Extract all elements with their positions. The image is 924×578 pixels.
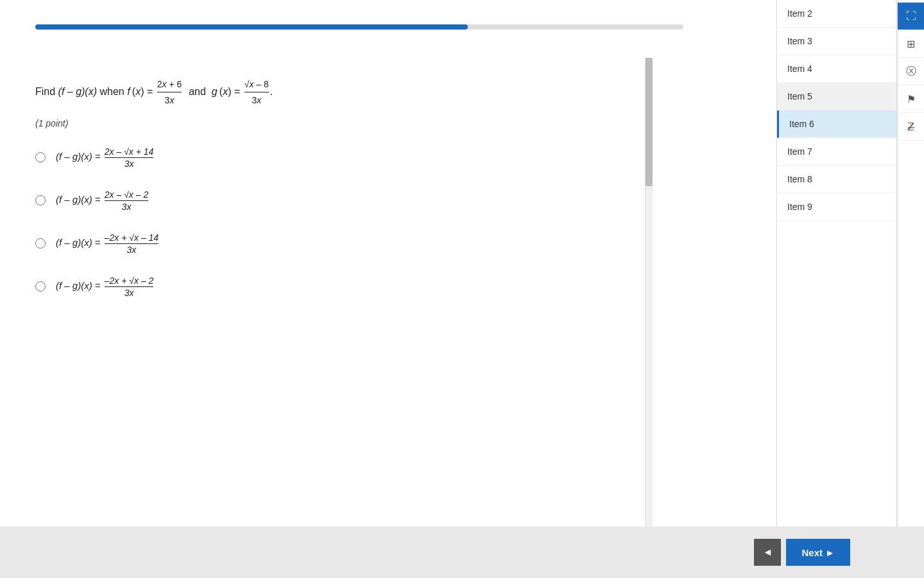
progress-bar-fill <box>35 24 468 30</box>
answer-option-1[interactable]: (f – g)(x) = 2x – √x + 143x <box>35 146 654 169</box>
strikethrough-icon[interactable]: Z̶ <box>898 113 925 141</box>
sidebar-item-item3[interactable]: Item 3 <box>777 28 896 55</box>
answer-label-1[interactable]: (f – g)(x) = 2x – √x + 143x <box>56 146 155 169</box>
radio-option-4[interactable] <box>35 281 46 292</box>
grid-icon[interactable]: ⊞ <box>898 30 925 58</box>
radio-option-3[interactable] <box>35 238 46 249</box>
question-area: Find (f – g)(x) when f (x) = 2x + 63x an… <box>0 58 690 527</box>
answer-label-3[interactable]: (f – g)(x) = –2x + √x – 143x <box>56 232 160 255</box>
expand-icon[interactable]: ⛶ <box>898 3 925 30</box>
answer-label-2[interactable]: (f – g)(x) = 2x – √x – 23x <box>56 189 150 212</box>
scroll-indicator[interactable] <box>645 58 653 527</box>
answer-option-3[interactable]: (f – g)(x) = –2x + √x – 143x <box>35 232 654 255</box>
answer-option-2[interactable]: (f – g)(x) = 2x – √x – 23x <box>35 189 654 212</box>
bottom-navigation: ◄ Next ► <box>0 527 924 578</box>
sidebar-item-item2[interactable]: Item 2 <box>777 0 896 28</box>
sidebar-item-item7[interactable]: Item 7 <box>777 138 896 166</box>
point-label: (1 point) <box>35 118 654 128</box>
previous-button[interactable]: ◄ <box>754 539 781 566</box>
sidebar-item-item5[interactable]: Item 5 <box>777 83 896 110</box>
scroll-thumb[interactable] <box>646 58 653 186</box>
sidebar-item-item8[interactable]: Item 8 <box>777 166 896 193</box>
radio-option-1[interactable] <box>35 152 46 162</box>
circle-x-icon[interactable]: ⓧ <box>898 58 925 85</box>
flag-icon[interactable]: ⚑ <box>898 85 925 113</box>
sidebar-item-item9[interactable]: Item 9 <box>777 193 896 221</box>
sidebar-icon-panel: ⛶⊞ⓧ⚑Z̶‹ <box>897 0 924 578</box>
question-prompt: Find (f – g)(x) when f (x) = 2x + 63x an… <box>35 77 654 108</box>
sidebar-item-item6[interactable]: Item 6 <box>777 110 896 138</box>
sidebar-item-item4[interactable]: Item 4 <box>777 55 896 83</box>
next-button[interactable]: Next ► <box>786 539 850 566</box>
radio-option-2[interactable] <box>35 195 46 206</box>
answer-option-4[interactable]: (f – g)(x) = –2x + √x – 23x <box>35 276 654 298</box>
answer-label-4[interactable]: (f – g)(x) = –2x + √x – 23x <box>56 276 155 298</box>
sidebar-item-list: Item 2Item 3Item 4Item 5Item 6Item 7Item… <box>777 0 897 578</box>
sidebar: Item 2Item 3Item 4Item 5Item 6Item 7Item… <box>776 0 924 578</box>
progress-bar-container <box>35 24 683 30</box>
